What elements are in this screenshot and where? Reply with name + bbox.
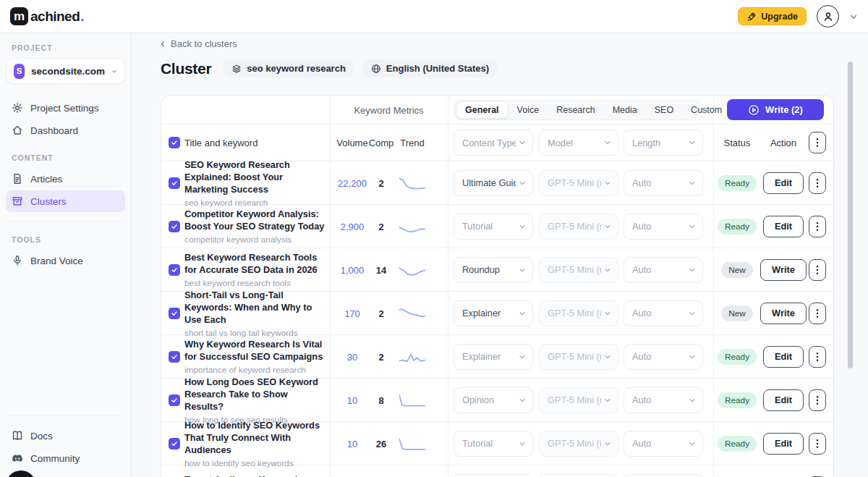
content-type-select[interactable]: Explainer: [454, 300, 533, 326]
length-select[interactable]: Auto: [624, 387, 703, 413]
content-type-select[interactable]: [454, 474, 533, 477]
page-scrollbar[interactable]: [848, 62, 853, 368]
tab-research[interactable]: Research: [548, 101, 604, 119]
sidebar-item-docs[interactable]: Docs: [6, 425, 125, 447]
row-title[interactable]: Target Audience Keyword Research: A: [184, 473, 328, 477]
trend-sparkline: [399, 177, 425, 190]
row-title[interactable]: Competitor Keyword Analysis: Boost Your …: [184, 208, 328, 233]
sidebar-item-label: Docs: [30, 431, 53, 442]
row-checkbox[interactable]: [169, 177, 180, 189]
chevron-down-icon: [604, 139, 611, 146]
person-icon: [822, 11, 834, 22]
account-chevron-down-icon[interactable]: [849, 12, 858, 21]
row-action-button[interactable]: Edit: [763, 389, 804, 411]
sidebar-item-dashboard[interactable]: Dashboard: [6, 119, 125, 141]
table-header-row: Title and keyword Volume Comp Trend Cont…: [161, 124, 833, 161]
row-menu-button[interactable]: [809, 259, 826, 281]
row-title[interactable]: How Long Does SEO Keyword Research Take …: [184, 375, 328, 413]
row-title[interactable]: Why Keyword Research Is Vital for Succes…: [184, 338, 328, 363]
row-checkbox[interactable]: [169, 264, 180, 276]
sidebar-item-community[interactable]: Community: [6, 447, 125, 469]
app-logo[interactable]: m achined .: [10, 7, 85, 25]
sidebar-item-project-settings[interactable]: Project Settings: [6, 97, 125, 119]
sidebar: PROJECT S secondsite.com Project Setting…: [0, 33, 132, 477]
content-type-filter[interactable]: Content Type: [454, 130, 533, 156]
layers-icon: [231, 64, 242, 74]
length-value: Auto: [632, 308, 651, 318]
kebab-icon: [816, 352, 819, 362]
content-type-value: Tutorial: [462, 438, 493, 449]
row-checkbox[interactable]: [169, 351, 180, 363]
content-type-select[interactable]: Explainer: [454, 344, 533, 370]
model-value: GPT-5 Mini (una: [548, 351, 601, 362]
content-type-select[interactable]: Tutorial: [454, 431, 533, 457]
select-all-checkbox[interactable]: [169, 137, 180, 148]
length-select[interactable]: Auto: [624, 257, 703, 283]
row-action-button[interactable]: Write: [760, 259, 807, 281]
tab-media[interactable]: Media: [604, 101, 646, 119]
row-menu-button[interactable]: [809, 346, 826, 368]
write-button-label: Write (2): [765, 104, 803, 115]
table-menu-button[interactable]: [809, 132, 826, 153]
sidebar-item-clusters[interactable]: Clusters: [6, 190, 125, 212]
project-selector[interactable]: S secondsite.com: [6, 58, 125, 84]
row-menu-button[interactable]: [809, 389, 826, 411]
row-checkbox[interactable]: [169, 438, 180, 449]
model-filter-value: Model: [548, 138, 573, 148]
check-icon: [171, 180, 178, 187]
length-select[interactable]: Auto: [624, 344, 703, 370]
content-type-value: Explainer: [462, 351, 501, 362]
content-type-select[interactable]: Tutorial: [454, 214, 533, 240]
archive-box-icon: [12, 195, 23, 207]
row-menu-button[interactable]: [809, 433, 826, 455]
content-type-select[interactable]: Opinion: [454, 387, 533, 413]
chevron-down-icon: [604, 440, 611, 447]
table-row: How to Identify SEO Keywords That Truly …: [161, 422, 833, 465]
discord-icon: [12, 452, 23, 464]
chevron-down-icon: [111, 67, 117, 75]
sidebar-item-brand-voice[interactable]: Brand Voice: [6, 250, 125, 271]
length-select[interactable]: Auto: [624, 431, 703, 457]
content-type-select[interactable]: Roundup: [454, 257, 533, 283]
row-action-button[interactable]: Write: [760, 303, 807, 324]
back-to-clusters-link[interactable]: Back to clusters: [159, 38, 237, 49]
user-avatar[interactable]: [817, 5, 839, 28]
chevron-down-icon: [689, 266, 696, 274]
chevron-down-icon: [519, 223, 526, 230]
tab-general[interactable]: General: [456, 101, 509, 119]
sidebar-item-articles[interactable]: Articles: [6, 168, 125, 190]
project-section-label: PROJECT: [6, 43, 125, 52]
row-title[interactable]: Short-Tail vs Long-Tail Keywords: When a…: [184, 288, 328, 326]
status-badge: Ready: [718, 436, 757, 452]
row-title[interactable]: How to Identify SEO Keywords That Truly …: [184, 418, 328, 456]
row-checkbox[interactable]: [169, 221, 180, 232]
model-value: GPT-5 Mini (una: [548, 177, 601, 188]
content-type-value: Roundup: [462, 264, 500, 275]
model-filter[interactable]: Model: [539, 130, 618, 156]
row-action-button[interactable]: Edit: [763, 346, 804, 368]
tab-seo[interactable]: SEO: [646, 101, 682, 119]
length-select[interactable]: Auto: [624, 300, 703, 326]
length-select[interactable]: Auto: [624, 170, 703, 196]
cluster-keyword-pill: seo keyword research: [224, 59, 354, 77]
row-checkbox[interactable]: [169, 308, 180, 319]
length-select[interactable]: [624, 474, 703, 477]
row-menu-button[interactable]: [809, 172, 826, 194]
write-button[interactable]: Write (2): [727, 99, 824, 120]
length-filter[interactable]: Length: [624, 130, 703, 156]
length-value: Auto: [632, 221, 651, 232]
row-title[interactable]: SEO Keyword Research Explained: Boost Yo…: [184, 158, 328, 195]
length-select[interactable]: Auto: [624, 214, 703, 240]
row-menu-button[interactable]: [809, 216, 826, 237]
row-menu-button[interactable]: [809, 303, 826, 324]
tab-voice[interactable]: Voice: [509, 101, 548, 119]
row-action-button[interactable]: Edit: [763, 216, 804, 237]
row-title[interactable]: Best Keyword Research Tools for Accurate…: [184, 251, 328, 277]
row-checkbox[interactable]: [169, 394, 180, 406]
tab-custom[interactable]: Custom: [682, 101, 731, 119]
content-type-select[interactable]: Ultimate Guide: [454, 170, 533, 196]
row-action-button[interactable]: Edit: [763, 433, 804, 455]
row-action-button[interactable]: Edit: [763, 172, 804, 194]
upgrade-button[interactable]: Upgrade: [738, 7, 807, 25]
content-type-value: Opinion: [462, 394, 494, 405]
